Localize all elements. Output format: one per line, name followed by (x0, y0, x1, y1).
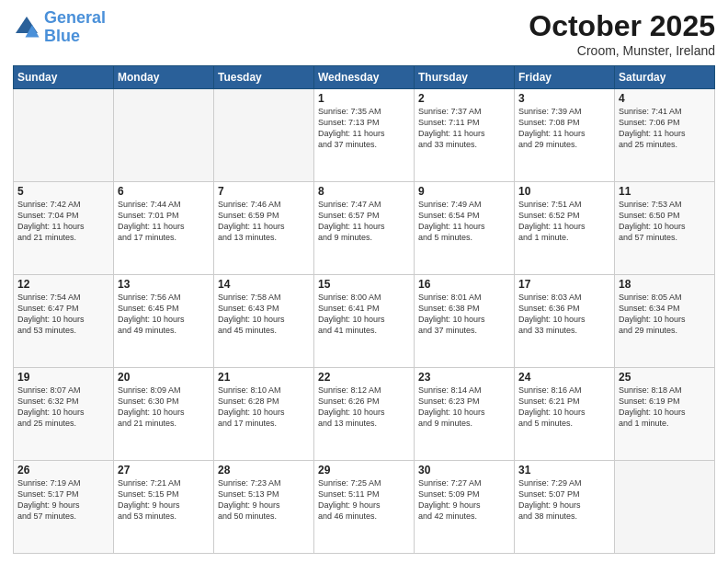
calendar-cell: 20Sunrise: 8:09 AM Sunset: 6:30 PM Dayli… (114, 368, 214, 461)
day-number: 3 (518, 92, 610, 105)
day-info: Sunrise: 8:10 AM Sunset: 6:28 PM Dayligh… (218, 385, 310, 430)
day-info: Sunrise: 7:19 AM Sunset: 5:17 PM Dayligh… (17, 477, 109, 523)
day-number: 14 (218, 278, 310, 291)
day-number: 16 (418, 278, 510, 291)
day-number: 28 (218, 464, 310, 477)
day-number: 12 (17, 278, 109, 291)
day-number: 25 (619, 371, 711, 384)
day-number: 17 (518, 278, 610, 291)
calendar-cell: 12Sunrise: 7:54 AM Sunset: 6:47 PM Dayli… (14, 275, 114, 368)
day-number: 2 (418, 92, 510, 105)
calendar-cell: 3Sunrise: 7:39 AM Sunset: 7:08 PM Daylig… (515, 89, 615, 182)
weekday-header-sunday: Sunday (14, 66, 114, 89)
weekday-header-tuesday: Tuesday (214, 66, 314, 89)
calendar-table: SundayMondayTuesdayWednesdayThursdayFrid… (13, 65, 715, 554)
day-number: 15 (318, 278, 410, 291)
week-row-5: 26Sunrise: 7:19 AM Sunset: 5:17 PM Dayli… (14, 461, 715, 554)
calendar-cell: 1Sunrise: 7:35 AM Sunset: 7:13 PM Daylig… (314, 89, 415, 182)
calendar-cell: 23Sunrise: 8:14 AM Sunset: 6:23 PM Dayli… (415, 368, 515, 461)
logo-text: General Blue (44, 9, 106, 46)
day-info: Sunrise: 7:49 AM Sunset: 6:54 PM Dayligh… (418, 199, 510, 244)
calendar-cell: 21Sunrise: 8:10 AM Sunset: 6:28 PM Dayli… (214, 368, 314, 461)
day-info: Sunrise: 7:47 AM Sunset: 6:57 PM Dayligh… (318, 199, 410, 244)
calendar-cell: 26Sunrise: 7:19 AM Sunset: 5:17 PM Dayli… (14, 461, 114, 554)
day-number: 31 (518, 464, 610, 477)
calendar-cell: 10Sunrise: 7:51 AM Sunset: 6:52 PM Dayli… (515, 182, 615, 275)
day-info: Sunrise: 8:00 AM Sunset: 6:41 PM Dayligh… (318, 292, 410, 337)
day-info: Sunrise: 7:39 AM Sunset: 7:08 PM Dayligh… (518, 106, 610, 151)
day-info: Sunrise: 8:05 AM Sunset: 6:34 PM Dayligh… (619, 292, 711, 337)
day-number: 23 (418, 371, 510, 384)
calendar-cell: 18Sunrise: 8:05 AM Sunset: 6:34 PM Dayli… (615, 275, 715, 368)
day-info: Sunrise: 7:29 AM Sunset: 5:07 PM Dayligh… (518, 477, 610, 523)
calendar-cell: 30Sunrise: 7:27 AM Sunset: 5:09 PM Dayli… (415, 461, 515, 554)
calendar-cell: 9Sunrise: 7:49 AM Sunset: 6:54 PM Daylig… (415, 182, 515, 275)
day-number: 8 (318, 185, 410, 198)
day-info: Sunrise: 8:03 AM Sunset: 6:36 PM Dayligh… (518, 292, 610, 337)
day-number: 26 (17, 464, 109, 477)
calendar-cell: 25Sunrise: 8:18 AM Sunset: 6:19 PM Dayli… (615, 368, 715, 461)
calendar-cell: 4Sunrise: 7:41 AM Sunset: 7:06 PM Daylig… (615, 89, 715, 182)
day-number: 1 (318, 92, 410, 105)
day-number: 24 (518, 371, 610, 384)
weekday-header-monday: Monday (114, 66, 214, 89)
week-row-3: 12Sunrise: 7:54 AM Sunset: 6:47 PM Dayli… (14, 275, 715, 368)
day-info: Sunrise: 7:23 AM Sunset: 5:13 PM Dayligh… (218, 477, 310, 523)
day-info: Sunrise: 7:56 AM Sunset: 6:45 PM Dayligh… (118, 292, 210, 337)
weekday-header-friday: Friday (515, 66, 615, 89)
calendar-cell: 11Sunrise: 7:53 AM Sunset: 6:50 PM Dayli… (615, 182, 715, 275)
logo: General Blue (13, 9, 106, 46)
calendar-cell: 2Sunrise: 7:37 AM Sunset: 7:11 PM Daylig… (415, 89, 515, 182)
calendar-cell (114, 89, 214, 182)
calendar-cell: 15Sunrise: 8:00 AM Sunset: 6:41 PM Dayli… (314, 275, 415, 368)
day-number: 18 (619, 278, 711, 291)
day-info: Sunrise: 7:42 AM Sunset: 7:04 PM Dayligh… (17, 199, 109, 244)
calendar-cell: 16Sunrise: 8:01 AM Sunset: 6:38 PM Dayli… (415, 275, 515, 368)
day-info: Sunrise: 8:01 AM Sunset: 6:38 PM Dayligh… (418, 292, 510, 337)
day-number: 4 (619, 92, 711, 105)
weekday-header-thursday: Thursday (415, 66, 515, 89)
logo-icon (13, 14, 40, 41)
day-number: 13 (118, 278, 210, 291)
day-number: 10 (518, 185, 610, 198)
day-info: Sunrise: 8:16 AM Sunset: 6:21 PM Dayligh… (518, 385, 610, 430)
page: General Blue October 2025 Croom, Munster… (0, 0, 728, 563)
calendar-cell: 27Sunrise: 7:21 AM Sunset: 5:15 PM Dayli… (114, 461, 214, 554)
month-title: October 2025 (529, 9, 715, 43)
title-block: October 2025 Croom, Munster, Ireland (529, 9, 715, 58)
day-number: 9 (418, 185, 510, 198)
day-info: Sunrise: 7:37 AM Sunset: 7:11 PM Dayligh… (418, 106, 510, 151)
day-info: Sunrise: 7:51 AM Sunset: 6:52 PM Dayligh… (518, 199, 610, 244)
calendar-cell: 31Sunrise: 7:29 AM Sunset: 5:07 PM Dayli… (515, 461, 615, 554)
header: General Blue October 2025 Croom, Munster… (13, 9, 715, 58)
day-info: Sunrise: 7:41 AM Sunset: 7:06 PM Dayligh… (619, 106, 711, 151)
day-number: 11 (619, 185, 711, 198)
calendar-cell (214, 89, 314, 182)
calendar-cell: 19Sunrise: 8:07 AM Sunset: 6:32 PM Dayli… (14, 368, 114, 461)
calendar-cell (615, 461, 715, 554)
day-number: 21 (218, 371, 310, 384)
day-number: 7 (218, 185, 310, 198)
calendar-cell: 5Sunrise: 7:42 AM Sunset: 7:04 PM Daylig… (14, 182, 114, 275)
day-info: Sunrise: 7:53 AM Sunset: 6:50 PM Dayligh… (619, 199, 711, 244)
day-info: Sunrise: 7:44 AM Sunset: 7:01 PM Dayligh… (118, 199, 210, 244)
day-number: 19 (17, 371, 109, 384)
day-info: Sunrise: 8:14 AM Sunset: 6:23 PM Dayligh… (418, 385, 510, 430)
calendar-cell: 29Sunrise: 7:25 AM Sunset: 5:11 PM Dayli… (314, 461, 415, 554)
day-number: 27 (118, 464, 210, 477)
calendar-cell: 28Sunrise: 7:23 AM Sunset: 5:13 PM Dayli… (214, 461, 314, 554)
day-info: Sunrise: 7:25 AM Sunset: 5:11 PM Dayligh… (318, 477, 410, 523)
day-number: 5 (17, 185, 109, 198)
logo-general: General (44, 8, 106, 27)
day-number: 22 (318, 371, 410, 384)
week-row-2: 5Sunrise: 7:42 AM Sunset: 7:04 PM Daylig… (14, 182, 715, 275)
calendar-cell: 6Sunrise: 7:44 AM Sunset: 7:01 PM Daylig… (114, 182, 214, 275)
location: Croom, Munster, Ireland (529, 43, 715, 58)
day-info: Sunrise: 7:35 AM Sunset: 7:13 PM Dayligh… (318, 106, 410, 151)
week-row-4: 19Sunrise: 8:07 AM Sunset: 6:32 PM Dayli… (14, 368, 715, 461)
calendar-cell: 24Sunrise: 8:16 AM Sunset: 6:21 PM Dayli… (515, 368, 615, 461)
day-number: 30 (418, 464, 510, 477)
calendar-cell: 7Sunrise: 7:46 AM Sunset: 6:59 PM Daylig… (214, 182, 314, 275)
day-info: Sunrise: 8:18 AM Sunset: 6:19 PM Dayligh… (619, 385, 711, 430)
day-number: 29 (318, 464, 410, 477)
